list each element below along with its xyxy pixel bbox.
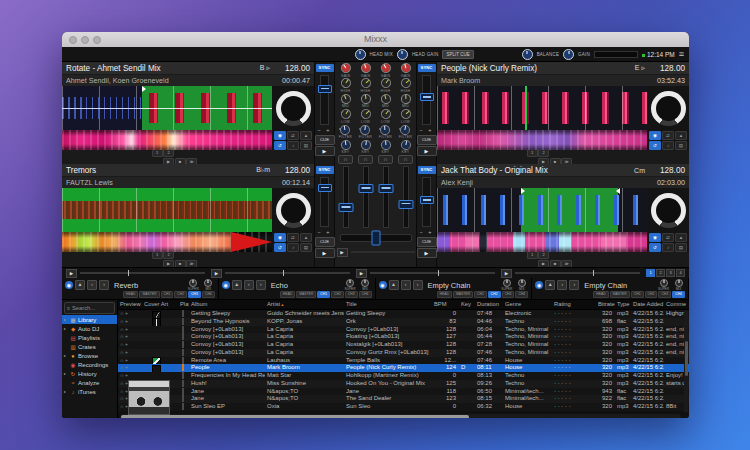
preview-headphone-icon[interactable]: ∩ +	[120, 357, 128, 363]
effect-next-button[interactable]: ›	[569, 280, 579, 290]
crossfader[interactable]	[337, 230, 415, 246]
keylock-icon[interactable]: ♪	[662, 243, 674, 252]
route-button[interactable]: CH4	[672, 291, 685, 298]
effect-next-button[interactable]: ›	[256, 280, 266, 290]
route-button[interactable]: MASTER	[453, 291, 473, 298]
route-button[interactable]: CH2	[331, 291, 344, 298]
play-checkbox[interactable]	[182, 403, 184, 410]
sampler-page-button[interactable]: 3	[666, 269, 675, 277]
sidebar-item-crates[interactable]: ▥Crates	[62, 342, 117, 351]
hotcue-button[interactable]: 1	[527, 251, 538, 259]
play-checkbox[interactable]	[182, 388, 184, 395]
route-button[interactable]: CH1	[631, 291, 644, 298]
effect-prev-button[interactable]: ‹	[244, 280, 254, 290]
key-knob[interactable]	[340, 139, 351, 150]
hotcue-button[interactable]: 2	[538, 251, 549, 259]
column-header-date-added[interactable]: Date Added	[631, 300, 664, 309]
deck4-bpm[interactable]: 128.00	[652, 166, 685, 175]
keylock-icon[interactable]: ♪	[662, 141, 674, 150]
zoom-button[interactable]	[93, 36, 101, 44]
deck2-overview-waveform[interactable]	[437, 130, 647, 150]
filter-knob[interactable]	[360, 124, 371, 135]
deck1-pitch-slider[interactable]	[320, 75, 329, 125]
volume-fader-2[interactable]	[356, 166, 376, 230]
table-row[interactable]: ∩ +Convoy [+0Lab013]La CapriaNostalgik […	[118, 341, 689, 349]
expand-icon[interactable]: ⇄	[662, 233, 674, 242]
expand-arrow-icon[interactable]: ▸	[64, 353, 68, 358]
table-row[interactable]: ∩ +Hush!Miss SunshineHooked On You - Ori…	[118, 380, 689, 388]
mid-knob[interactable]	[339, 92, 352, 105]
horizontal-scrollbar[interactable]	[120, 414, 681, 418]
gain-knob[interactable]	[563, 49, 574, 60]
gain-knob[interactable]	[399, 62, 411, 74]
expand-arrow-icon[interactable]: ▸	[64, 389, 68, 394]
transport-button[interactable]: ■	[550, 260, 561, 267]
mix-knob[interactable]	[675, 279, 683, 287]
play-checkbox[interactable]	[182, 341, 184, 348]
close-button[interactable]	[69, 36, 77, 44]
super-knob[interactable]	[503, 279, 511, 287]
deck3-bpm[interactable]: 128.00	[277, 166, 310, 175]
super-knob[interactable]	[660, 279, 668, 287]
deck1-pitch-bend-buttons[interactable]: − +	[318, 127, 332, 133]
sampler-page-button[interactable]: 2	[656, 269, 665, 277]
route-button[interactable]: CH2	[174, 291, 187, 298]
volume-fader-4[interactable]	[396, 166, 416, 230]
mix-knob[interactable]	[518, 279, 526, 287]
crossfader-handle[interactable]	[371, 231, 380, 246]
play-checkbox[interactable]	[182, 380, 184, 387]
fader-handle[interactable]	[398, 200, 413, 209]
route-button[interactable]: MASTER	[296, 291, 316, 298]
route-button[interactable]: CH1	[161, 291, 174, 298]
effect-power-button[interactable]: ◉	[222, 281, 230, 289]
deck2-jog-wheel[interactable]	[651, 91, 686, 126]
route-button[interactable]: CH3	[658, 291, 671, 298]
headphone-cue-button[interactable]: ∩	[358, 155, 373, 164]
slip-mode-icon[interactable]: ▤	[675, 243, 687, 252]
deck4-overview-waveform[interactable]	[437, 232, 647, 252]
search-input[interactable]: ≡ Search...	[64, 302, 115, 314]
play-checkbox[interactable]	[182, 372, 184, 379]
column-header-genre[interactable]: Genre	[503, 300, 552, 309]
cover-art-preview[interactable]	[128, 380, 170, 415]
fader-handle[interactable]	[358, 184, 373, 193]
hotcue-button[interactable]: 2	[538, 149, 549, 157]
column-header-bitrate[interactable]: Bitrate	[596, 300, 615, 309]
deck4-jog-wheel[interactable]	[651, 193, 686, 228]
route-button[interactable]: HEAD	[437, 291, 452, 298]
eject-icon[interactable]: ▲	[675, 233, 687, 242]
deck4-pitch-handle[interactable]	[420, 196, 434, 204]
effect-eject-icon[interactable]: ▲	[232, 280, 242, 290]
deck2-play-button[interactable]: ▶	[417, 146, 437, 156]
column-header-preview[interactable]: Preview	[118, 300, 142, 309]
route-button[interactable]: HEAD	[123, 291, 138, 298]
preview-headphone-icon[interactable]: ∩ +	[120, 380, 128, 386]
deck2-bpm[interactable]: 128.00	[652, 64, 685, 73]
transport-button[interactable]: ■	[175, 260, 186, 267]
deck2-cue-button[interactable]: CUE	[417, 135, 437, 145]
route-button[interactable]: CH1	[317, 291, 330, 298]
sidebar-item-playlists[interactable]: ▤Playlists	[62, 333, 117, 342]
play-checkbox[interactable]	[182, 318, 184, 325]
sampler-page-button[interactable]: 1	[646, 269, 655, 277]
spinny-toggle-icon[interactable]: ◉	[649, 233, 661, 242]
column-header-duration[interactable]: Duration	[475, 300, 503, 309]
expand-icon[interactable]: ⇄	[287, 131, 299, 140]
deck1-play-button[interactable]: ▶	[315, 146, 335, 156]
column-header-comment[interactable]: Comment	[664, 300, 686, 309]
eject-icon[interactable]: ▲	[300, 131, 312, 140]
filter-knob[interactable]	[400, 124, 412, 136]
minimize-button[interactable]	[81, 36, 89, 44]
deck3-pitch-bend-buttons[interactable]: − +	[318, 229, 332, 235]
effect-prev-button[interactable]: ‹	[557, 280, 567, 290]
play-checkbox[interactable]	[182, 349, 184, 356]
sidebar-item-recordings[interactable]: ◉Recordings	[62, 360, 117, 369]
preview-headphone-icon[interactable]: ∩ +	[120, 403, 128, 409]
sampler-play-button[interactable]: ▶	[211, 269, 222, 278]
route-button[interactable]: CH3	[502, 291, 515, 298]
effect-eject-icon[interactable]: ▲	[545, 280, 555, 290]
balance-knob[interactable]	[522, 49, 533, 60]
slip-mode-icon[interactable]: ▤	[300, 141, 312, 150]
spinny-toggle-icon[interactable]: ◉	[274, 131, 286, 140]
table-row[interactable]: ∩ +JaneN&apos;TOThe Sand Dealer12308:15M…	[118, 395, 689, 403]
